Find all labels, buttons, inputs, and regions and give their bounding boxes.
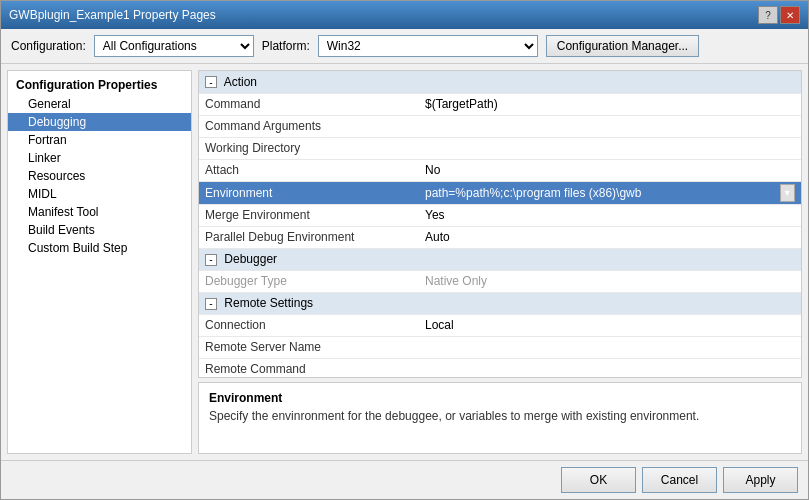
prop-value	[419, 137, 801, 159]
section-remote-settings: - Remote Settings	[199, 292, 801, 314]
section-toggle-remote[interactable]: -	[205, 298, 217, 310]
toolbar: Configuration: All Configurations Platfo…	[1, 29, 808, 64]
table-row[interactable]: Remote Server Name	[199, 336, 801, 358]
prop-value	[419, 115, 801, 137]
prop-name: Merge Environment	[199, 204, 419, 226]
apply-button[interactable]: Apply	[723, 467, 798, 493]
sidebar-item-midl[interactable]: MIDL	[8, 185, 191, 203]
table-row-selected[interactable]: Environment ▼	[199, 181, 801, 204]
help-button[interactable]: ?	[758, 6, 778, 24]
table-row[interactable]: Parallel Debug Environment Auto	[199, 226, 801, 248]
ok-button[interactable]: OK	[561, 467, 636, 493]
dropdown-arrow-icon[interactable]: ▼	[780, 184, 795, 202]
footer: OK Cancel Apply	[1, 460, 808, 499]
table-row[interactable]: Command $(TargetPath)	[199, 93, 801, 115]
prop-value-selected: ▼	[419, 181, 801, 204]
environment-input[interactable]	[425, 186, 780, 200]
section-label-debugger: Debugger	[224, 252, 277, 266]
section-toggle-debugger[interactable]: -	[205, 254, 217, 266]
prop-name: Working Directory	[199, 137, 419, 159]
table-row[interactable]: Merge Environment Yes	[199, 204, 801, 226]
table-row[interactable]: Attach No	[199, 159, 801, 181]
description-title: Environment	[209, 391, 791, 405]
sidebar-item-custom-build-step[interactable]: Custom Build Step	[8, 239, 191, 257]
prop-name: Connection	[199, 314, 419, 336]
section-label-action: Action	[224, 75, 257, 89]
prop-table: - Action Command $(TargetPath) Command A…	[199, 71, 801, 378]
platform-select[interactable]: Win32	[318, 35, 538, 57]
prop-value: Auto	[419, 226, 801, 248]
prop-name-selected: Environment	[199, 181, 419, 204]
close-button[interactable]: ✕	[780, 6, 800, 24]
prop-name: Debugger Type	[199, 270, 419, 292]
platform-label: Platform:	[262, 39, 310, 53]
prop-value: Yes	[419, 204, 801, 226]
prop-name: Remote Command	[199, 358, 419, 378]
prop-value	[419, 358, 801, 378]
sidebar-item-manifest-tool[interactable]: Manifest Tool	[8, 203, 191, 221]
table-row[interactable]: Debugger Type Native Only	[199, 270, 801, 292]
table-row[interactable]: Connection Local	[199, 314, 801, 336]
table-row[interactable]: Working Directory	[199, 137, 801, 159]
prop-name: Command	[199, 93, 419, 115]
title-bar-text: GWBplugin_Example1 Property Pages	[9, 8, 216, 22]
sidebar-header: Configuration Properties	[8, 75, 191, 95]
prop-value: No	[419, 159, 801, 181]
prop-value: $(TargetPath)	[419, 93, 801, 115]
property-grid: - Action Command $(TargetPath) Command A…	[198, 70, 802, 378]
dialog: GWBplugin_Example1 Property Pages ? ✕ Co…	[0, 0, 809, 500]
section-toggle-action[interactable]: -	[205, 76, 217, 88]
prop-value: Native Only	[419, 270, 801, 292]
cancel-button[interactable]: Cancel	[642, 467, 717, 493]
right-panel: - Action Command $(TargetPath) Command A…	[198, 70, 802, 454]
sidebar-item-debugging[interactable]: Debugging	[8, 113, 191, 131]
sidebar-item-resources[interactable]: Resources	[8, 167, 191, 185]
sidebar-item-linker[interactable]: Linker	[8, 149, 191, 167]
prop-name: Attach	[199, 159, 419, 181]
title-bar-buttons: ? ✕	[758, 6, 800, 24]
sidebar-item-fortran[interactable]: Fortran	[8, 131, 191, 149]
sidebar-item-build-events[interactable]: Build Events	[8, 221, 191, 239]
config-select[interactable]: All Configurations	[94, 35, 254, 57]
description-text: Specify the envinronment for the debugge…	[209, 409, 791, 423]
dropdown-cell: ▼	[425, 184, 795, 202]
sidebar: Configuration Properties General Debuggi…	[7, 70, 192, 454]
sidebar-item-general[interactable]: General	[8, 95, 191, 113]
section-action: - Action	[199, 71, 801, 93]
prop-name: Remote Server Name	[199, 336, 419, 358]
prop-name: Parallel Debug Environment	[199, 226, 419, 248]
table-row[interactable]: Remote Command	[199, 358, 801, 378]
title-bar: GWBplugin_Example1 Property Pages ? ✕	[1, 1, 808, 29]
config-manager-button[interactable]: Configuration Manager...	[546, 35, 699, 57]
description-box: Environment Specify the envinronment for…	[198, 382, 802, 454]
section-label-remote: Remote Settings	[224, 296, 313, 310]
main-content: Configuration Properties General Debuggi…	[1, 64, 808, 460]
prop-value	[419, 336, 801, 358]
table-row[interactable]: Command Arguments	[199, 115, 801, 137]
prop-value: Local	[419, 314, 801, 336]
section-debugger: - Debugger	[199, 248, 801, 270]
prop-name: Command Arguments	[199, 115, 419, 137]
config-label: Configuration:	[11, 39, 86, 53]
